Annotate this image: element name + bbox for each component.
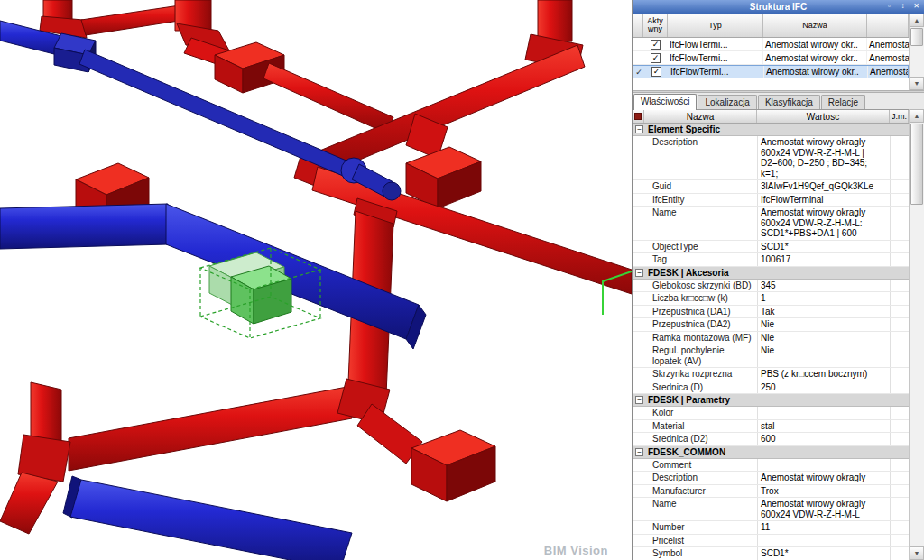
active-checkbox[interactable]: ✓ bbox=[651, 40, 661, 50]
blue-duct-bottom[interactable] bbox=[63, 476, 352, 560]
property-row[interactable]: Guid3lAIwFv1H9Qef_qGQk3KLe bbox=[633, 180, 909, 194]
property-row[interactable]: Regul. pochylenie lopatek (AV)Nie bbox=[633, 344, 909, 368]
property-row[interactable]: ManufacturerTrox bbox=[633, 485, 909, 499]
tree-scrollbar[interactable]: ▲ ▼ bbox=[909, 14, 924, 90]
property-value: stal bbox=[757, 420, 890, 433]
property-unit bbox=[890, 547, 909, 560]
red-diffuser-box-4[interactable] bbox=[411, 430, 495, 501]
property-row[interactable]: Srednica (D)250 bbox=[633, 381, 909, 395]
property-name: Tag bbox=[633, 253, 757, 266]
property-row[interactable]: DescriptionAnemostat wirowy okragly 600x… bbox=[633, 136, 909, 180]
property-row[interactable]: Skrzynka rozpreznaPBS (z kr□ccem bocznym… bbox=[633, 368, 909, 381]
structure-panel-titlebar[interactable]: Struktura IFC ▫ ↕ ✕ bbox=[633, 0, 924, 14]
grid-col-value[interactable]: Wartosc bbox=[757, 110, 890, 123]
property-value: 100617 bbox=[757, 253, 890, 266]
property-row[interactable]: Srednica (D2)600 bbox=[633, 433, 909, 446]
row-name-2: Anemostat bbox=[868, 66, 908, 78]
ifc-tree-row[interactable]: ✓✓IfcFlowTermi...Anemostat wirowy okr..A… bbox=[633, 65, 909, 78]
property-group-row[interactable]: −FDESK | Parametry bbox=[633, 394, 909, 407]
property-row[interactable]: Kolor bbox=[633, 407, 909, 420]
property-group-row[interactable]: −FDESK | Akcesoria bbox=[633, 267, 909, 280]
property-value: Trox bbox=[757, 485, 890, 498]
property-name: Number bbox=[633, 521, 757, 534]
property-name: Name bbox=[633, 207, 757, 240]
tab-relacje[interactable]: Relacje bbox=[821, 95, 865, 109]
property-row[interactable]: Liczba kr□cc□w (k)1 bbox=[633, 292, 909, 306]
property-row[interactable]: NameAnemostat wirowy okragly 600x24 VDW-… bbox=[633, 207, 909, 241]
property-group-row[interactable]: −FDESK_COMMON bbox=[633, 446, 909, 459]
property-row[interactable]: Ramka montazowa (MF)Nie bbox=[633, 332, 909, 345]
red-duct-branch[interactable] bbox=[263, 63, 393, 133]
property-unit bbox=[890, 381, 909, 394]
tree-col-marker[interactable] bbox=[633, 14, 643, 37]
property-row[interactable]: NameAnemostat wirowy okragly 600x24 VDW-… bbox=[633, 498, 909, 521]
collapse-icon[interactable]: − bbox=[635, 125, 643, 133]
tab-lokalizacja[interactable]: Lokalizacja bbox=[698, 95, 756, 109]
tab-klasyfikacja[interactable]: Klasyfikacja bbox=[758, 95, 820, 109]
collapse-icon[interactable]: − bbox=[635, 396, 643, 404]
property-row[interactable]: Przepustnica (DA2)Nie bbox=[633, 318, 909, 332]
tree-col-name-2[interactable] bbox=[867, 14, 909, 37]
property-unit bbox=[890, 280, 909, 292]
property-row[interactable]: Glebokosc skrzynki (BD)345 bbox=[633, 280, 909, 293]
pin-icon[interactable]: ↕ bbox=[897, 1, 909, 12]
property-row[interactable]: Pricelist bbox=[633, 535, 909, 548]
row-type: IfcFlowTermi... bbox=[669, 66, 764, 78]
property-row[interactable]: ObjectTypeSCD1* bbox=[633, 241, 909, 254]
dock-icon[interactable]: ▫ bbox=[883, 1, 895, 12]
property-value: IfcFlowTerminal bbox=[757, 194, 890, 207]
ifc-tree-row[interactable]: ✓IfcFlowTermi...Anemostat wirowy okr..An… bbox=[633, 38, 909, 51]
property-name: Liczba kr□cc□w (k) bbox=[633, 292, 757, 305]
properties-tabs: WłaściwościLokalizacjaKlasyfikacjaRelacj… bbox=[633, 93, 924, 110]
scrollbar-thumb[interactable] bbox=[910, 124, 923, 205]
property-grid-body: −Element SpecificDescriptionAnemostat wi… bbox=[633, 124, 909, 560]
property-row[interactable]: SymbolSCD1* bbox=[633, 547, 909, 560]
properties-scrollbar[interactable]: ▲ ▼ bbox=[909, 109, 924, 560]
property-row[interactable]: DescriptionAnemostat wirowy okragly bbox=[633, 472, 909, 485]
3d-viewport[interactable]: BIM Vision bbox=[0, 0, 632, 560]
scroll-down-icon[interactable]: ▼ bbox=[910, 546, 924, 560]
scroll-down-icon[interactable]: ▼ bbox=[910, 77, 924, 90]
close-icon[interactable]: ✕ bbox=[910, 1, 922, 12]
property-value: SCD1* bbox=[757, 241, 890, 253]
property-name: Guid bbox=[633, 180, 757, 193]
collapse-icon[interactable]: − bbox=[635, 448, 643, 456]
tree-col-type[interactable]: Typ bbox=[668, 14, 763, 37]
tree-header: Akty wny Typ Nazwa bbox=[633, 14, 909, 38]
property-row[interactable]: Przepustnica (DA1)Tak bbox=[633, 306, 909, 319]
property-value: Anemostat wirowy okragly 600x24 VDW-R-Z-… bbox=[757, 498, 890, 520]
property-unit bbox=[890, 498, 909, 520]
grid-col-unit[interactable]: J.m. bbox=[890, 110, 909, 123]
grid-col-name[interactable]: Nazwa bbox=[644, 110, 757, 123]
scroll-up-icon[interactable]: ▲ bbox=[910, 109, 924, 123]
property-group-row[interactable]: −Element Specific bbox=[633, 124, 909, 136]
active-checkbox[interactable]: ✓ bbox=[651, 53, 661, 63]
property-value: Anemostat wirowy okragly bbox=[757, 472, 890, 484]
property-row[interactable]: Tag100617 bbox=[633, 253, 909, 267]
property-value: Nie bbox=[757, 318, 890, 331]
property-row[interactable]: Number11 bbox=[633, 521, 909, 535]
property-name: IfcEntity bbox=[633, 194, 757, 207]
property-name: Comment bbox=[633, 459, 757, 472]
property-unit bbox=[890, 207, 909, 240]
property-unit bbox=[890, 420, 909, 433]
row-name: Anemostat wirowy okr.. bbox=[764, 66, 868, 78]
collapse-icon[interactable]: − bbox=[635, 269, 643, 277]
property-row[interactable]: IfcEntityIfcFlowTerminal bbox=[633, 194, 909, 207]
property-name: Kolor bbox=[633, 407, 757, 419]
active-checkbox[interactable]: ✓ bbox=[651, 67, 661, 77]
scroll-up-icon[interactable]: ▲ bbox=[910, 14, 924, 27]
property-row[interactable]: Materialstal bbox=[633, 420, 909, 434]
property-value: Nie bbox=[757, 344, 890, 367]
property-row[interactable]: Comment bbox=[633, 459, 909, 473]
property-unit bbox=[890, 332, 909, 344]
tree-col-name[interactable]: Nazwa bbox=[763, 14, 867, 37]
group-label: FDESK_COMMON bbox=[648, 447, 725, 457]
property-name: Description bbox=[633, 472, 757, 484]
ifc-tree-row[interactable]: ✓IfcFlowTermi...Anemostat wirowy okr..An… bbox=[633, 51, 909, 65]
property-name: Regul. pochylenie lopatek (AV) bbox=[633, 344, 757, 367]
tree-col-active[interactable]: Akty wny bbox=[643, 14, 668, 37]
tab-wlasciwosci[interactable]: Właściwości bbox=[633, 94, 697, 110]
scrollbar-thumb[interactable] bbox=[910, 28, 923, 46]
property-unit bbox=[890, 136, 909, 179]
